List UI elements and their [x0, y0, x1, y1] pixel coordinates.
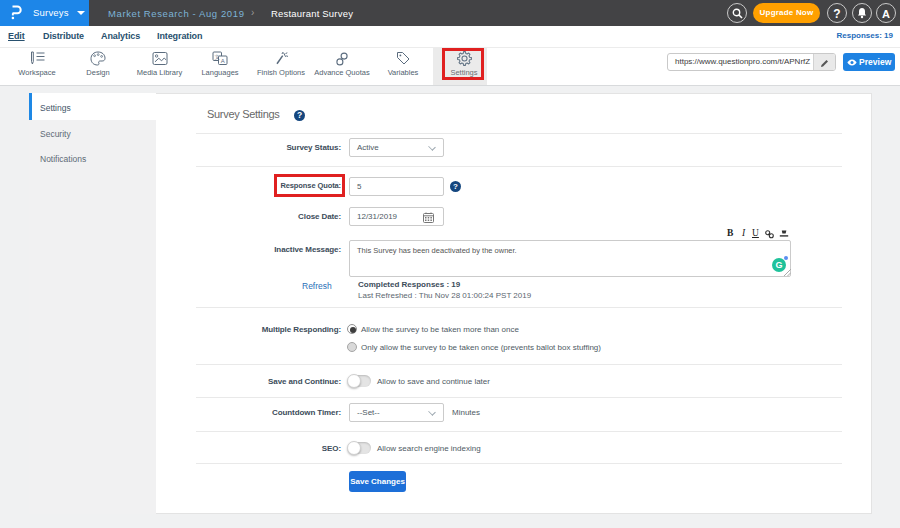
svg-text:A: A: [220, 58, 224, 64]
svg-text:文: 文: [214, 54, 220, 60]
